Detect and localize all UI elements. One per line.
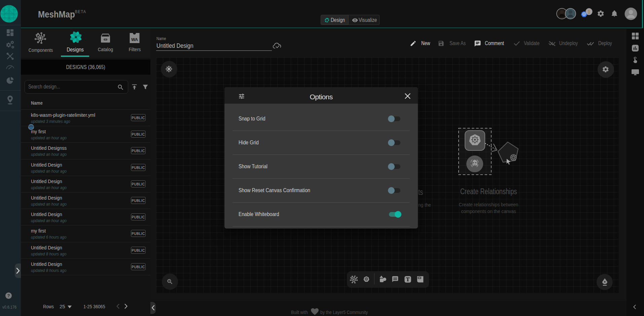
svg-text:?: ?: [7, 293, 10, 298]
svg-text:1: 1: [588, 9, 591, 14]
svg-text:WA: WA: [131, 37, 138, 42]
